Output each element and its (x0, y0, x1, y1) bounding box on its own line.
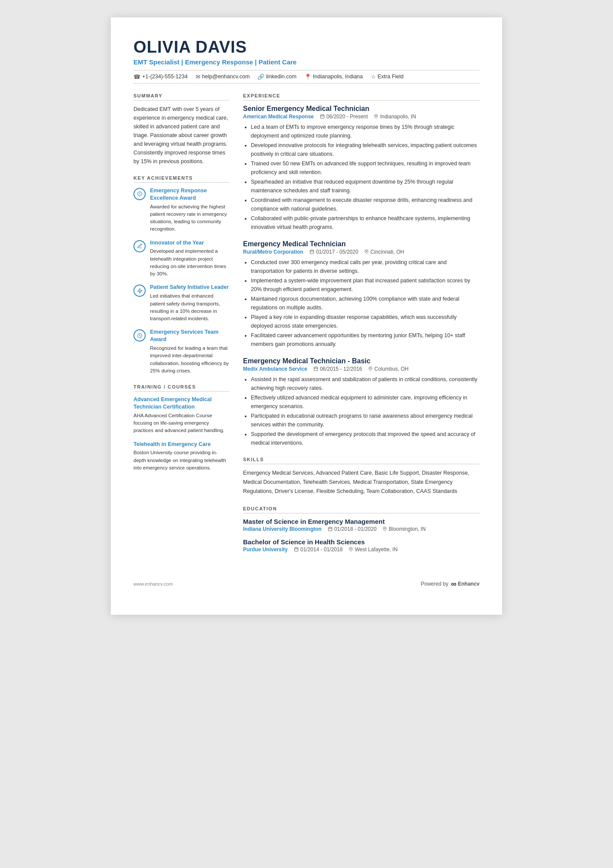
achievement-item-1: Innovator of the Year Developed and impl… (133, 239, 229, 278)
right-column: EXPERIENCE Senior Emergency Medical Tech… (243, 93, 480, 562)
training-desc-0: AHA Advanced Certification Course focusi… (133, 412, 229, 435)
exp-company-1: Rural/Metro Corporation (243, 249, 303, 255)
left-column: SUMMARY Dedicated EMT with over 5 years … (133, 93, 229, 562)
exp-date-2: 06/2015 - 12/2016 (313, 366, 362, 372)
education-label: EDUCATION (243, 506, 480, 513)
phone-icon: ☎ (133, 74, 140, 80)
exp-company-2: Medix Ambulance Service (243, 366, 307, 372)
footer: www.enhancv.com Powered by ∞ Enhancv (133, 580, 480, 589)
resume-page: OLIVIA DAVIS EMT Specialist | Emergency … (111, 17, 502, 615)
brand-infinity-icon: ∞ (451, 580, 456, 589)
svg-rect-23 (294, 548, 298, 551)
location-icon: 📍 (304, 74, 311, 80)
exp-meta-0: American Medical Response 06/2020 - Pres… (243, 114, 480, 120)
footer-brand: Powered by ∞ Enhancv (421, 580, 480, 589)
exp-item-1: Emergency Medical Technician Rural/Metro… (243, 240, 480, 349)
exp-title-0: Senior Emergency Medical Technician (243, 105, 480, 113)
achievements-label: KEY ACHIEVEMENTS (133, 175, 229, 183)
exp-bullets-1: Conducted over 300 emergency medical cal… (243, 258, 480, 349)
education-section: EDUCATION Master of Science in Emergency… (243, 506, 480, 553)
achievement-title-1: Innovator of the Year (150, 239, 229, 247)
contact-bar: ☎ +1-(234)-555-1234 ✉ help@enhancv.com 🔗… (133, 70, 480, 84)
bullet: Effectively utilized advanced medical eq… (251, 393, 480, 411)
bullet: Led a team of EMTs to improve emergency … (251, 123, 480, 140)
achievement-desc-0: Awarded for achieving the highest patien… (150, 203, 229, 233)
skills-label: SKILLS (243, 457, 480, 464)
edu-meta-1: Purdue University 01/2014 - 01/2018 West… (243, 546, 480, 553)
achievement-item-0: Emergency Response Excellence Award Awar… (133, 187, 229, 233)
achievement-icon-1 (133, 240, 146, 252)
experience-label: EXPERIENCE (243, 93, 480, 101)
exp-meta-2: Medix Ambulance Service 06/2015 - 12/201… (243, 366, 480, 372)
training-item-1: Telehealth in Emergency Care Boston Univ… (133, 441, 229, 472)
bullet: Developed innovative protocols for integ… (251, 141, 480, 158)
edu-loc-0: Bloomington, IN (383, 526, 426, 532)
edu-school-0: Indiana University Bloomington (243, 526, 322, 532)
summary-section: SUMMARY Dedicated EMT with over 5 years … (133, 93, 229, 166)
bullet: Maintained rigorous documentation, achie… (251, 295, 480, 312)
bullet: Spearheaded an initiative that reduced e… (251, 178, 480, 195)
bullet: Assisted in the rapid assessment and sta… (251, 375, 480, 392)
exp-title-2: Emergency Medical Technician - Basic (243, 357, 480, 365)
achievement-desc-3: Recognized for leading a team that impro… (150, 345, 229, 375)
bullet: Played a key role in expanding disaster … (251, 313, 480, 330)
exp-location-1: Cincinnati, OH (364, 249, 404, 255)
bullet: Coordinated with management to execute d… (251, 196, 480, 213)
star-icon: ☆ (371, 74, 376, 80)
exp-meta-1: Rural/Metro Corporation 01/2017 - 05/202… (243, 249, 480, 255)
skills-text: Emergency Medical Services, Advanced Pat… (243, 469, 480, 496)
edu-date-1: 01/2014 - 01/2018 (294, 546, 343, 553)
phone-text: +1-(234)-555-1234 (142, 74, 188, 80)
exp-item-0: Senior Emergency Medical Technician Amer… (243, 105, 480, 231)
bullet: Supported the development of emergency p… (251, 430, 480, 447)
svg-rect-3 (320, 115, 324, 118)
linkedin-icon: 🔗 (257, 74, 264, 80)
contact-email: ✉ help@enhancv.com (196, 74, 250, 80)
achievement-title-0: Emergency Response Excellence Award (150, 187, 229, 202)
exp-title-1: Emergency Medical Technician (243, 240, 480, 248)
svg-point-12 (366, 251, 367, 252)
exp-date-1: 01/2017 - 05/2020 (310, 249, 358, 255)
achievement-title-2: Patient Safety Initiative Leader (150, 284, 229, 291)
achievement-item-2: Patient Safety Initiative Leader Led ini… (133, 284, 229, 322)
exp-date-0: 06/2020 - Present (320, 114, 368, 120)
header: OLIVIA DAVIS EMT Specialist | Emergency … (133, 38, 480, 84)
training-title-1: Telehealth in Emergency Care (133, 441, 229, 448)
brand-name: Enhancv (458, 581, 480, 587)
achievement-title-3: Emergency Services Team Award (150, 328, 229, 343)
contact-location: 📍 Indianapolis, Indiana (304, 74, 363, 80)
svg-rect-8 (310, 250, 313, 254)
contact-linkedin: 🔗 linkedin.com (257, 74, 296, 80)
edu-meta-0: Indiana University Bloomington 01/2018 -… (243, 526, 480, 532)
contact-phone: ☎ +1-(234)-555-1234 (133, 74, 188, 80)
training-item-0: Advanced Emergency Medical Technician Ce… (133, 396, 229, 435)
linkedin-text: linkedin.com (266, 74, 296, 80)
edu-loc-1: West Lafayette, IN (349, 546, 398, 553)
location-text: Indianapolis, Indiana (313, 74, 363, 80)
footer-website: www.enhancv.com (133, 581, 173, 586)
exp-company-0: American Medical Response (243, 114, 314, 120)
training-title-0: Advanced Emergency Medical Technician Ce… (133, 396, 229, 411)
contact-extra: ☆ Extra Field (371, 74, 404, 80)
edu-item-0: Master of Science in Emergency Managemen… (243, 518, 480, 532)
experience-section: EXPERIENCE Senior Emergency Medical Tech… (243, 93, 480, 447)
achievement-icon-0 (133, 188, 146, 200)
brand-logo: ∞ Enhancv (451, 580, 480, 589)
training-desc-1: Boston University course providing in-de… (133, 449, 229, 472)
email-icon: ✉ (196, 74, 200, 80)
achievement-icon-2 (133, 285, 146, 297)
bullet: Implemented a system-wide improvement pl… (251, 276, 480, 294)
candidate-name: OLIVIA DAVIS (133, 38, 480, 57)
email-text: help@enhancv.com (202, 74, 250, 80)
edu-degree-1: Bachelor of Science in Health Sciences (243, 538, 480, 546)
candidate-title: EMT Specialist | Emergency Response | Pa… (133, 58, 480, 66)
training-label: TRAINING / COURSES (133, 384, 229, 392)
bullet: Facilitated career advancement opportuni… (251, 331, 480, 349)
svg-point-17 (370, 368, 371, 369)
bullet: Conducted over 300 emergency medical cal… (251, 258, 480, 275)
training-section: TRAINING / COURSES Advanced Emergency Me… (133, 384, 229, 472)
summary-text: Dedicated EMT with over 5 years of exper… (133, 105, 229, 166)
exp-location-0: Indianapolis, IN (374, 114, 416, 120)
achievement-item-3: Emergency Services Team Award Recognized… (133, 328, 229, 375)
svg-point-22 (384, 528, 386, 529)
